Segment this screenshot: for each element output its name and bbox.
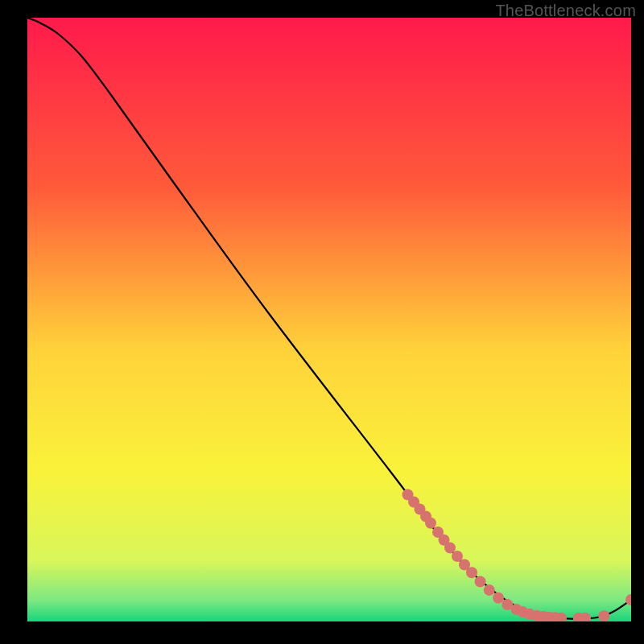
- plot-area: [27, 18, 631, 621]
- chart-svg: [27, 18, 631, 621]
- data-marker: [425, 518, 436, 529]
- data-marker: [466, 567, 477, 578]
- data-marker: [598, 610, 609, 621]
- data-marker: [484, 584, 495, 596]
- data-marker: [493, 592, 504, 604]
- chart-frame: TheBottleneck.com: [0, 0, 644, 644]
- data-marker: [475, 576, 486, 588]
- gradient-background: [27, 18, 631, 621]
- watermark-text: TheBottleneck.com: [495, 2, 636, 20]
